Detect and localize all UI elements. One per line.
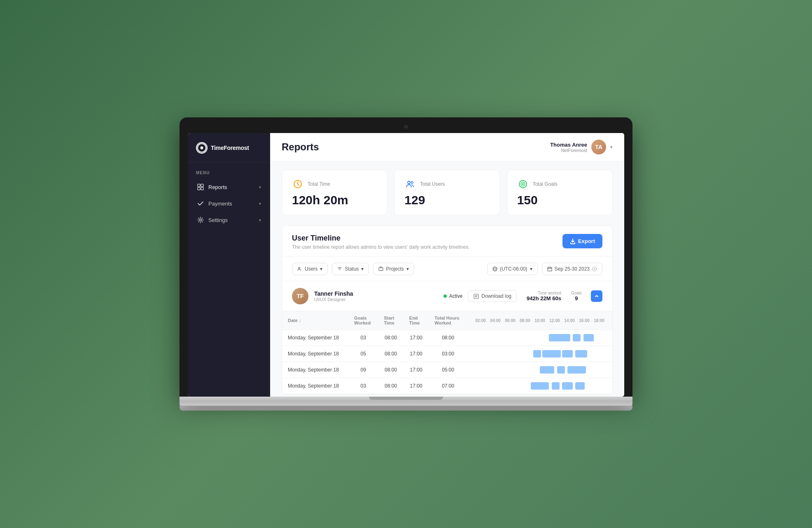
- settings-icon: [197, 216, 204, 224]
- stat-label-total-goals: Total Goals: [533, 181, 558, 187]
- sidebar-item-payments[interactable]: Payments ▾: [192, 196, 266, 211]
- cell-goals-0: 03: [348, 330, 378, 346]
- sidebar-item-reports[interactable]: Reports ▾: [192, 179, 266, 195]
- cell-start-1: 08:00: [378, 346, 404, 362]
- status-filter-chevron-icon: ▾: [361, 266, 364, 272]
- page-title: Reports: [282, 141, 319, 153]
- svg-rect-3: [201, 184, 203, 187]
- export-label: Export: [578, 238, 595, 244]
- table-row: Monday, September 18 05 08:00 17:00 03:0…: [282, 346, 612, 362]
- logo-text: TimeForemost: [211, 145, 249, 151]
- date-range-label: Sep 25-30 2023: [555, 266, 590, 272]
- content-area: Total Time 120h 20m: [270, 161, 624, 397]
- sidebar-item-reports-label: Reports: [208, 184, 227, 190]
- stat-card-total-time: Total Time 120h 20m: [282, 170, 387, 215]
- svg-point-8: [408, 181, 410, 184]
- time-worked-label: Time worked: [527, 291, 561, 295]
- cell-hours-1: 03:00: [429, 346, 467, 362]
- table-row: Monday, September 18 09 08:00 17:00 05:0…: [282, 362, 612, 378]
- profile-chevron-icon: ▾: [610, 145, 613, 150]
- svg-rect-17: [548, 267, 552, 271]
- filters-right: (UTC-06:00) ▾ Sep 25-30 2023: [487, 263, 602, 275]
- status-dot-icon: [443, 294, 447, 298]
- laptop-base: [180, 397, 632, 406]
- users-filter-button[interactable]: Users ▾: [292, 263, 328, 275]
- user-status: Active: [443, 293, 463, 299]
- projects-filter-chevron-icon: ▾: [406, 266, 409, 272]
- cell-hours-0: 08:00: [429, 330, 467, 346]
- user-name: Thomas Anree: [550, 142, 587, 148]
- logo-icon: [196, 142, 208, 154]
- cell-timeline-3: [467, 378, 612, 394]
- user-timeline-avatar: TF: [292, 288, 308, 304]
- cell-hours-3: 07:00: [429, 378, 467, 394]
- stats-grid: Total Time 120h 20m: [282, 170, 613, 215]
- payments-icon: [197, 200, 204, 207]
- time-worked-value: 942h 22M 60s: [527, 295, 561, 301]
- time-worked-block: Time worked 942h 22M 60s: [527, 291, 561, 301]
- sidebar: TimeForemost MENU: [188, 133, 270, 397]
- svg-point-6: [200, 219, 202, 221]
- svg-rect-2: [198, 184, 200, 187]
- table-row: Monday, September 18 03 08:00 17:00 08:0…: [282, 330, 612, 346]
- cell-start-2: 08:00: [378, 362, 404, 378]
- settings-chevron-icon: ▾: [259, 218, 261, 222]
- cell-goals-1: 05: [348, 346, 378, 362]
- col-date[interactable]: Date ↓: [282, 311, 348, 330]
- cell-end-2: 17:00: [404, 362, 429, 378]
- reports-chevron-icon: ▾: [259, 185, 261, 189]
- cell-start-0: 08:00: [378, 330, 404, 346]
- cell-timeline-2: [467, 362, 612, 378]
- download-log-label: Download log: [481, 293, 511, 299]
- cell-hours-2: 05:00: [429, 362, 467, 378]
- svg-rect-4: [198, 187, 200, 190]
- date-range-button[interactable]: Sep 25-30 2023: [542, 263, 602, 275]
- cell-end-0: 17:00: [404, 330, 429, 346]
- svg-rect-14: [379, 268, 383, 271]
- cell-date-2: Monday, September 18: [282, 362, 348, 378]
- stat-label-total-time: Total Time: [308, 181, 330, 187]
- user-row-role: UI/UX Designer: [314, 297, 438, 302]
- svg-point-13: [299, 267, 300, 269]
- svg-rect-5: [201, 187, 203, 190]
- top-bar: Reports Thomas Anree NetForemost TA ▾: [270, 133, 624, 161]
- main-content: Reports Thomas Anree NetForemost TA ▾: [270, 133, 624, 397]
- user-row-name: Tanner Finsha: [314, 290, 438, 297]
- cell-goals-3: 03: [348, 378, 378, 394]
- cell-goals-2: 09: [348, 362, 378, 378]
- status-filter-button[interactable]: Status ▾: [332, 263, 369, 275]
- sort-icon: ↓: [299, 318, 301, 323]
- sidebar-logo: TimeForemost: [188, 133, 270, 162]
- export-button[interactable]: Export: [562, 234, 602, 248]
- status-filter-label: Status: [345, 266, 359, 272]
- timezone-chevron-icon: ▾: [530, 266, 532, 272]
- cell-date-3: Monday, September 18: [282, 378, 348, 394]
- sidebar-item-settings[interactable]: Settings ▾: [192, 212, 266, 228]
- cell-date-0: Monday, September 18: [282, 330, 348, 346]
- clock-icon: [292, 178, 303, 190]
- data-table: Date ↓ GoalsWorked StartTime EndTime Tot…: [282, 311, 612, 394]
- cell-timeline-0: [467, 330, 612, 346]
- projects-filter-button[interactable]: Projects ▾: [373, 263, 414, 275]
- user-row-info: Tanner Finsha UI/UX Designer: [314, 290, 438, 302]
- status-label: Active: [449, 293, 463, 299]
- stat-label-total-users: Total Users: [420, 181, 445, 187]
- timezone-button[interactable]: (UTC-06:00) ▾: [487, 263, 538, 275]
- goals-value: 9: [571, 295, 582, 301]
- goals-label: Goals: [571, 291, 582, 295]
- target-icon: [517, 178, 529, 190]
- col-total-hours: Total HoursWorked: [429, 311, 467, 330]
- users-filter-label: Users: [305, 266, 317, 272]
- user-profile[interactable]: Thomas Anree NetForemost TA ▾: [550, 140, 613, 154]
- user-info: Thomas Anree NetForemost: [550, 142, 587, 153]
- timeline-desc: The user timeline report allows admins t…: [292, 244, 470, 250]
- cell-date-1: Monday, September 18: [282, 346, 348, 362]
- expand-button[interactable]: [591, 290, 602, 302]
- svg-point-0: [198, 144, 206, 152]
- table-header-row: Date ↓ GoalsWorked StartTime EndTime Tot…: [282, 311, 612, 330]
- sidebar-nav: Reports ▾ Payments: [188, 179, 270, 228]
- timeline-section: User Timeline The user timeline report a…: [282, 225, 613, 395]
- download-log-button[interactable]: Download log: [468, 290, 517, 302]
- timeline-header: User Timeline The user timeline report a…: [282, 226, 612, 257]
- sidebar-item-settings-label: Settings: [208, 217, 228, 223]
